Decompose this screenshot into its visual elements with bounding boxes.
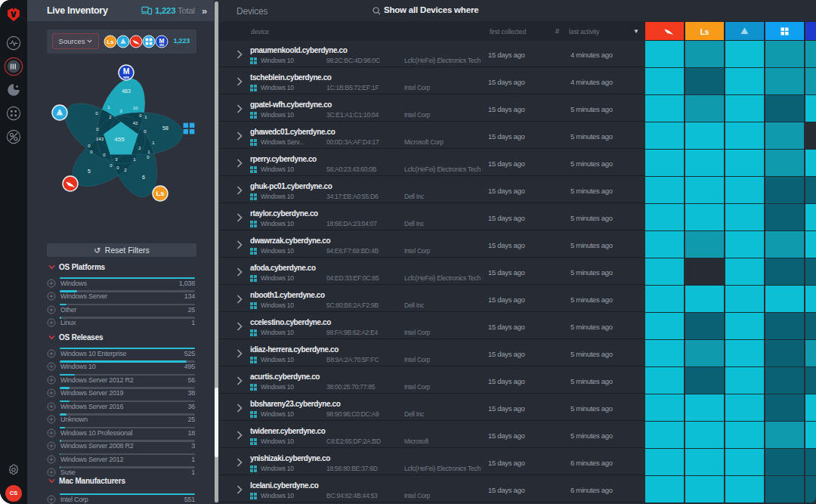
svg-text:NEB: NEB — [123, 76, 129, 79]
svg-text:Ls: Ls — [107, 39, 114, 45]
svg-text:58: 58 — [162, 125, 168, 131]
svg-text:Ls: Ls — [156, 189, 164, 197]
svg-text:NEB: NEB — [159, 44, 164, 47]
svg-text:10: 10 — [133, 106, 138, 110]
svg-text:42: 42 — [133, 121, 138, 125]
svg-text:M: M — [159, 37, 165, 45]
svg-text:M: M — [123, 66, 130, 76]
svg-text:455: 455 — [114, 136, 125, 143]
svg-text:6: 6 — [142, 175, 145, 180]
svg-text:143: 143 — [96, 137, 104, 141]
svg-text:Ls: Ls — [700, 28, 709, 36]
svg-text:5: 5 — [88, 169, 91, 174]
svg-text:483: 483 — [122, 88, 131, 94]
